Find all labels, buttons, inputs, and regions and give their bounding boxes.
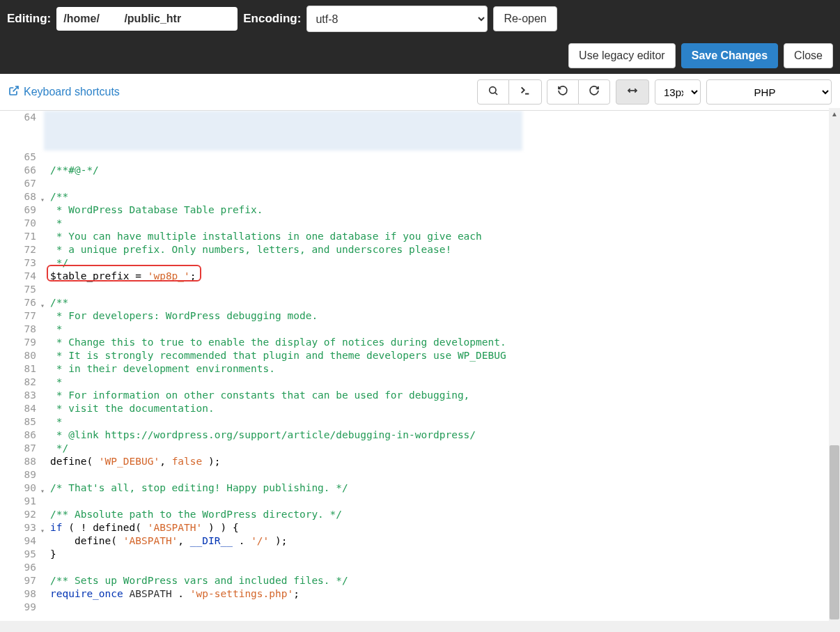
redo-icon [589,85,600,99]
horizontal-scrollbar[interactable] [0,621,829,632]
line-number: 80 [0,349,46,362]
line-number: 81 [0,362,46,376]
fold-icon[interactable]: ▾ [38,299,45,306]
font-size-select[interactable]: 13px [655,79,701,105]
line-number: 71 [0,230,46,243]
line-number: 75 [0,283,46,296]
redacted-region [44,111,522,151]
line-number: 66 [0,164,46,177]
file-path-input[interactable] [56,7,238,31]
close-button[interactable]: Close [784,43,833,68]
line-number: 92 [0,508,46,521]
line-number: 69 [0,203,46,217]
line-number: 82 [0,376,46,389]
code-line[interactable] [46,468,550,481]
line-number: 94 [0,534,46,548]
code-line[interactable]: * [46,217,550,230]
code-editor[interactable]: 64656667▾6869707172737475▾76777879808182… [0,111,550,632]
code-line[interactable]: * visit the documentation. [46,402,550,415]
svg-line-2 [495,93,497,95]
redo-button[interactable] [578,79,610,105]
line-number: 77 [0,309,46,323]
code-line[interactable] [46,283,550,296]
line-number: 70 [0,217,46,230]
line-number: 65 [0,151,46,164]
code-line[interactable]: */ [46,256,550,270]
code-line[interactable]: * You can have multiple installations in… [46,230,550,243]
editing-label: Editing: [7,12,51,26]
line-number: 97 [0,574,46,587]
line-number: 74 [0,270,46,283]
code-line[interactable]: $table_prefix = 'wp8p_'; [46,270,550,283]
search-icon [488,85,499,99]
fold-icon[interactable]: ▾ [38,484,45,491]
line-number: 85 [0,415,46,429]
code-line[interactable]: /** Sets up WordPress vars and included … [46,574,550,587]
code-line[interactable]: } [46,548,550,561]
wrap-icon [626,85,639,99]
header-bar: Editing: Encoding: utf-8 Re-open Use leg… [0,0,840,74]
code-line[interactable]: * For information on other constants tha… [46,389,550,402]
code-line[interactable]: * [46,323,550,336]
vertical-scrollbar[interactable]: ▲ [829,108,840,621]
line-number: 73 [0,256,46,270]
line-number: 72 [0,243,46,256]
code-line[interactable]: * Change this to true to enable the disp… [46,336,550,349]
line-number: 84 [0,402,46,415]
line-number: 98 [0,587,46,601]
encoding-select[interactable]: utf-8 [306,6,488,32]
scrollbar-corner [829,621,840,632]
code-line[interactable]: /* That's all, stop editing! Happy publi… [46,481,550,495]
code-line[interactable]: /** Absolute path to the WordPress direc… [46,508,550,521]
code-line[interactable]: require_once ABSPATH . 'wp-settings.php'… [46,587,550,601]
code-line[interactable] [46,151,550,164]
line-number: 99 [0,601,46,614]
code-content[interactable]: /**#@-*//** * WordPress Database Table p… [46,111,550,614]
line-number-gutter: 64656667▾6869707172737475▾76777879808182… [0,111,46,614]
line-number: 67 [0,177,46,190]
fold-icon[interactable]: ▾ [38,193,45,200]
code-line[interactable] [46,495,550,508]
line-number: 79 [0,336,46,349]
search-button[interactable] [477,79,509,105]
keyboard-shortcuts-link[interactable]: Keyboard shortcuts [8,85,120,99]
line-number: 83 [0,389,46,402]
line-number: 89 [0,468,46,481]
reopen-button[interactable]: Re-open [493,6,557,31]
keyboard-shortcuts-label: Keyboard shortcuts [24,86,120,98]
code-line[interactable]: * WordPress Database Table prefix. [46,203,550,217]
code-line[interactable]: * It is strongly recommended that plugin… [46,349,550,362]
code-line[interactable]: * [46,415,550,429]
code-line[interactable]: /** [46,296,550,309]
scroll-up-icon[interactable]: ▲ [829,108,840,119]
code-line[interactable]: * a unique prefix. Only numbers, letters… [46,243,550,256]
code-line[interactable]: */ [46,442,550,455]
code-line[interactable] [46,177,550,190]
language-select[interactable]: PHP [706,79,832,105]
undo-icon [557,85,568,99]
svg-point-1 [490,87,496,93]
fold-icon[interactable]: ▾ [38,524,45,531]
save-changes-button[interactable]: Save Changes [681,43,778,68]
code-line[interactable]: * @link https://wordpress.org/support/ar… [46,429,550,442]
code-line[interactable] [46,561,550,574]
svg-line-0 [13,86,18,91]
code-line[interactable] [46,601,550,614]
code-line[interactable]: * [46,376,550,389]
terminal-button[interactable] [508,79,542,105]
wrap-toggle-button[interactable] [616,79,649,105]
line-number: 96 [0,561,46,574]
line-number: 86 [0,429,46,442]
code-line[interactable]: /**#@-*/ [46,164,550,177]
code-line[interactable]: if ( ! defined( 'ABSPATH' ) ) { [46,521,550,534]
line-number: 64 [0,111,46,151]
line-number: 78 [0,323,46,336]
code-line[interactable]: /** [46,190,550,203]
code-line[interactable]: define( 'ABSPATH', __DIR__ . '/' ); [46,534,550,548]
legacy-editor-button[interactable]: Use legacy editor [568,43,676,68]
code-line[interactable]: define( 'WP_DEBUG', false ); [46,455,550,468]
code-line[interactable]: * For developers: WordPress debugging mo… [46,309,550,323]
scrollbar-thumb[interactable] [830,445,839,619]
undo-button[interactable] [547,79,579,105]
code-line[interactable]: * in their development environments. [46,362,550,376]
